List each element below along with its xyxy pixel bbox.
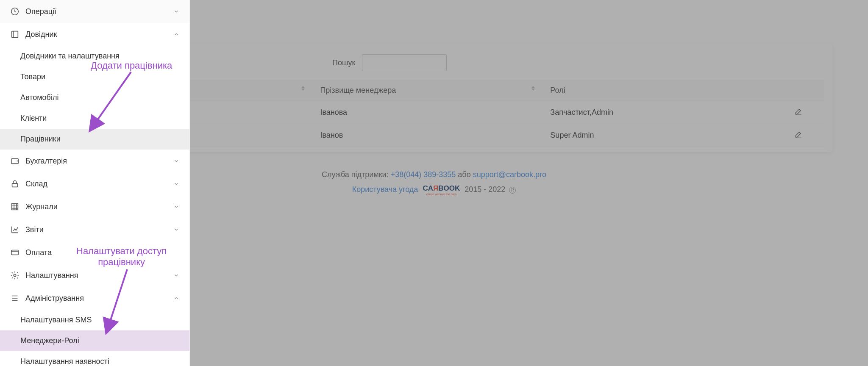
sidebar-item-label: Бухгалтерія xyxy=(25,157,67,166)
chevron-down-icon xyxy=(173,8,179,14)
sidebar-item-label: Журнали xyxy=(25,202,58,211)
chart-icon xyxy=(10,225,19,234)
sidebar-sub-employees[interactable]: Працівники xyxy=(0,129,189,150)
sidebar-sub-settings[interactable]: Довідники та налаштування xyxy=(0,46,189,67)
chevron-down-icon xyxy=(173,158,179,164)
sidebar-item-admin[interactable]: Адміністрування xyxy=(0,287,189,310)
svg-point-6 xyxy=(14,274,16,277)
chevron-up-icon xyxy=(173,295,179,301)
sidebar: Операції Довідник Довідники та налаштува… xyxy=(0,0,190,366)
sidebar-item-label: Налаштування xyxy=(25,271,78,280)
svg-rect-5 xyxy=(11,250,19,255)
chevron-down-icon xyxy=(173,181,179,187)
sidebar-sub-sms[interactable]: Налаштування SMS xyxy=(0,310,189,330)
sidebar-item-operations[interactable]: Операції xyxy=(0,0,189,23)
chevron-up-icon xyxy=(173,31,179,37)
lock-icon xyxy=(10,179,19,189)
chevron-down-icon xyxy=(173,272,179,278)
sidebar-item-label: Оплата xyxy=(25,248,52,257)
wallet-icon xyxy=(10,156,19,166)
svg-rect-1 xyxy=(12,31,18,38)
sidebar-item-label: Звіти xyxy=(25,225,44,234)
svg-rect-3 xyxy=(12,183,18,187)
sidebar-item-warehouse[interactable]: Склад xyxy=(0,172,189,195)
sidebar-sub-clients[interactable]: Клієнти xyxy=(0,108,189,129)
sidebar-item-dovidnyk[interactable]: Довідник xyxy=(0,23,189,46)
sidebar-sub-managers-roles[interactable]: Менеджери-Ролі xyxy=(0,330,189,351)
chevron-down-icon xyxy=(173,227,179,233)
chevron-down-icon xyxy=(173,204,179,210)
card-icon xyxy=(10,248,19,257)
sidebar-item-settings[interactable]: Налаштування xyxy=(0,264,189,287)
sidebar-item-label: Довідник xyxy=(25,30,57,39)
sidebar-item-reports[interactable]: Звіти xyxy=(0,218,189,241)
sidebar-sub-cars[interactable]: Автомобілі xyxy=(0,87,189,108)
sidebar-item-label: Склад xyxy=(25,180,47,189)
list-icon xyxy=(10,294,19,303)
dashboard-icon xyxy=(10,7,19,16)
grid-icon xyxy=(10,202,19,211)
sidebar-item-label: Адміністрування xyxy=(25,294,84,303)
sidebar-item-payment[interactable]: Оплата xyxy=(0,241,189,264)
sidebar-sub-availability[interactable]: Налаштування наявності xyxy=(0,351,189,366)
book-icon xyxy=(10,30,19,39)
svg-rect-4 xyxy=(12,204,18,210)
sidebar-item-journals[interactable]: Журнали xyxy=(0,195,189,218)
sidebar-item-accounting[interactable]: Бухгалтерія xyxy=(0,150,189,172)
gear-icon xyxy=(10,271,19,280)
sidebar-sub-goods[interactable]: Товари xyxy=(0,67,189,87)
sidebar-item-label: Операції xyxy=(25,7,56,16)
